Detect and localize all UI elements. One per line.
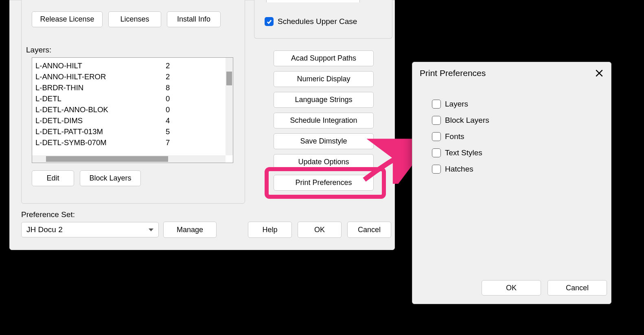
language-strings-button[interactable]: Language Strings (274, 92, 374, 108)
layers-listbox[interactable]: L-ANNO-HILT2 L-ANNO-HILT-EROR2 L-BRDR-TH… (32, 57, 233, 163)
list-item[interactable]: L-DETL-DIMS4 (35, 115, 226, 126)
layers-list[interactable]: L-ANNO-HILT2 L-ANNO-HILT-EROR2 L-BRDR-TH… (32, 58, 226, 155)
main-dialog-buttons: Help OK Cancel (248, 222, 391, 238)
dialog-titlebar: Print Preferences (412, 62, 611, 82)
opt-text-styles-label: Text Styles (445, 148, 482, 157)
scrollbar-thumb[interactable] (226, 72, 232, 85)
horizontal-scrollbar[interactable] (32, 155, 226, 163)
opt-layers-label: Layers (445, 100, 468, 109)
close-icon (595, 69, 604, 78)
preference-set-label: Preference Set: (21, 210, 75, 219)
vertical-scrollbar[interactable] (226, 58, 233, 155)
print-preferences-dialog: Print Preferences Layers Block Layers Fo… (412, 62, 611, 304)
cancel-button[interactable]: Cancel (347, 222, 391, 238)
opt-hatches-row[interactable]: Hatches (432, 165, 611, 174)
release-license-button[interactable]: Release License (32, 11, 103, 27)
list-item[interactable]: L-DETL-PATT-013M5 (35, 126, 226, 137)
list-item[interactable]: L-ANNO-HILT2 (35, 60, 226, 71)
list-item[interactable]: L-ANNO-HILT-EROR2 (35, 71, 226, 82)
checkbox-icon[interactable] (432, 165, 441, 174)
main-options-dialog: Release License Licenses Install Info Ed… (9, 0, 395, 250)
opt-block-layers-row[interactable]: Block Layers (432, 116, 611, 125)
list-item[interactable]: L-DETL-SYMB-070M7 (35, 137, 226, 148)
edit-button[interactable]: Edit (32, 170, 74, 186)
schedule-integration-button[interactable]: Schedule Integration (274, 113, 374, 128)
layers-label: Layers: (26, 46, 51, 54)
license-button-row: Release License Licenses Install Info (32, 11, 221, 27)
checkbox-icon[interactable] (432, 132, 441, 141)
ok-button[interactable]: OK (298, 222, 342, 238)
checkbox-checked-icon[interactable] (265, 17, 274, 26)
preference-set-value: JH Docu 2 (26, 225, 63, 234)
checkbox-icon[interactable] (432, 116, 441, 125)
checkbox-icon[interactable] (432, 148, 441, 157)
dialog-title: Print Preferences (420, 68, 486, 78)
list-item[interactable]: L-DETL0 (35, 93, 226, 104)
opt-fonts-label: Fonts (445, 132, 464, 141)
save-dimstyle-button[interactable]: Save Dimstyle (274, 133, 374, 149)
schedules-upper-check-row[interactable]: Schedules Upper Case (265, 17, 357, 26)
pp-ok-button[interactable]: OK (482, 280, 541, 296)
preference-set-dropdown[interactable]: JH Docu 2 (21, 222, 159, 237)
block-layers-button[interactable]: Block Layers (80, 170, 141, 186)
print-preferences-button[interactable]: Print Preferences (274, 175, 374, 191)
install-info-button[interactable]: Install Info (167, 11, 221, 27)
pp-cancel-button[interactable]: Cancel (548, 280, 607, 296)
list-item[interactable]: L-BRDR-THIN8 (35, 82, 226, 93)
help-button[interactable]: Help (248, 222, 292, 238)
right-button-column: Acad Support Paths Numeric Display Langu… (274, 50, 374, 191)
licenses-button[interactable]: Licenses (108, 11, 161, 27)
update-options-button[interactable]: Update Options (274, 154, 374, 170)
schedules-upper-label: Schedules Upper Case (278, 17, 357, 26)
print-options-list: Layers Block Layers Fonts Text Styles Ha… (412, 82, 611, 174)
checkbox-icon[interactable] (432, 100, 441, 109)
manage-button[interactable]: Manage (163, 222, 217, 238)
opt-block-layers-label: Block Layers (445, 116, 489, 125)
opt-fonts-row[interactable]: Fonts (432, 132, 611, 141)
close-button[interactable] (594, 68, 605, 78)
list-item[interactable]: L-DETL-ANNO-BLOK0 (35, 104, 226, 115)
opt-layers-row[interactable]: Layers (432, 100, 611, 109)
print-dialog-buttons: OK Cancel (482, 280, 607, 296)
scrollbar-thumb[interactable] (46, 156, 168, 162)
numeric-display-button[interactable]: Numeric Display (274, 71, 374, 87)
layer-button-row: Edit Block Layers (32, 170, 141, 186)
chevron-down-icon (149, 228, 153, 231)
edit-phantom-button: Edit (266, 0, 360, 2)
opt-hatches-label: Hatches (445, 165, 473, 174)
acad-support-paths-button[interactable]: Acad Support Paths (274, 50, 374, 66)
opt-text-styles-row[interactable]: Text Styles (432, 148, 611, 157)
